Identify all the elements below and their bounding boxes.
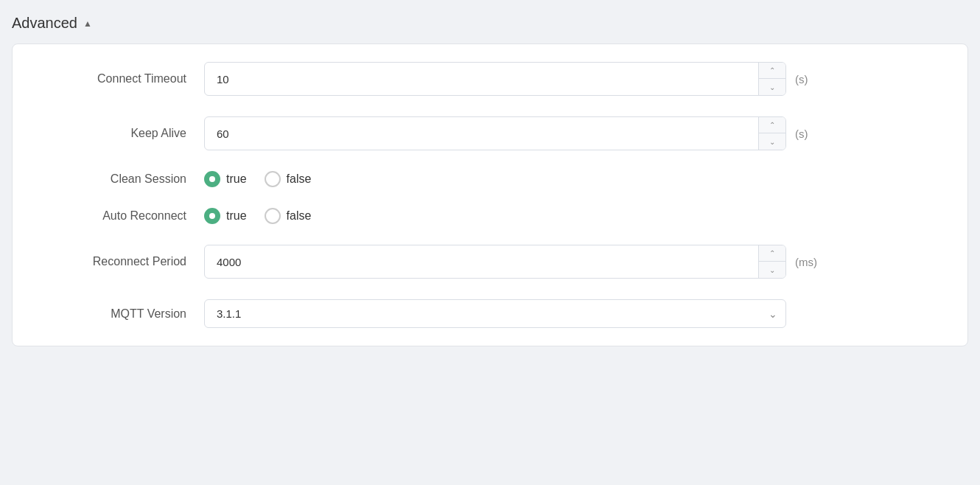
keep-alive-spinners: ⌃ ⌄ — [758, 117, 785, 150]
section-body: Connect Timeout ⌃ ⌄ (s) Keep Alive — [12, 43, 968, 346]
clean-session-radio-group: true false — [204, 171, 311, 187]
keep-alive-row: Keep Alive ⌃ ⌄ (s) — [42, 116, 938, 150]
clean-session-true-radio[interactable] — [204, 171, 220, 187]
reconnect-period-label: Reconnect Period — [42, 255, 204, 268]
clean-session-false-radio[interactable] — [265, 171, 281, 187]
auto-reconnect-radio-group: true false — [204, 208, 311, 224]
mqtt-version-select[interactable]: 3.1.1 3.1 5.0 — [204, 299, 786, 328]
clean-session-label: Clean Session — [42, 172, 204, 186]
auto-reconnect-true-option[interactable]: true — [204, 208, 247, 224]
reconnect-period-unit: (ms) — [795, 256, 822, 268]
auto-reconnect-false-option[interactable]: false — [265, 208, 312, 224]
auto-reconnect-true-label: true — [226, 209, 247, 223]
reconnect-period-input[interactable] — [205, 245, 758, 278]
connect-timeout-down[interactable]: ⌄ — [759, 79, 785, 95]
connect-timeout-input[interactable] — [205, 63, 758, 95]
connect-timeout-spinners: ⌃ ⌄ — [758, 63, 785, 95]
auto-reconnect-row: Auto Reconnect true false — [42, 208, 938, 224]
connect-timeout-unit: (s) — [795, 73, 822, 86]
clean-session-false-label: false — [287, 172, 312, 186]
connect-timeout-label: Connect Timeout — [42, 72, 204, 86]
reconnect-period-up[interactable]: ⌃ — [759, 245, 785, 262]
clean-session-row: Clean Session true false — [42, 171, 938, 187]
keep-alive-label: Keep Alive — [42, 127, 204, 140]
auto-reconnect-label: Auto Reconnect — [42, 209, 204, 223]
reconnect-period-down[interactable]: ⌄ — [759, 262, 785, 278]
keep-alive-control: ⌃ ⌄ (s) — [204, 116, 938, 150]
section-header: Advanced ▲ — [12, 12, 968, 35]
section-title: Advanced — [12, 15, 77, 32]
collapse-icon[interactable]: ▲ — [83, 18, 92, 29]
keep-alive-input-wrapper: ⌃ ⌄ — [204, 116, 786, 150]
keep-alive-unit: (s) — [795, 128, 822, 140]
mqtt-version-row: MQTT Version 3.1.1 3.1 5.0 ⌄ — [42, 299, 938, 328]
reconnect-period-control: ⌃ ⌄ (ms) — [204, 245, 938, 279]
page-container: Advanced ▲ Connect Timeout ⌃ ⌄ (s) Keep … — [12, 12, 968, 346]
reconnect-period-row: Reconnect Period ⌃ ⌄ (ms) — [42, 245, 938, 279]
keep-alive-down[interactable]: ⌄ — [759, 133, 785, 150]
mqtt-version-label: MQTT Version — [42, 307, 204, 321]
auto-reconnect-true-radio[interactable] — [204, 208, 220, 224]
auto-reconnect-false-label: false — [287, 209, 312, 223]
mqtt-version-select-wrapper: 3.1.1 3.1 5.0 ⌄ — [204, 299, 786, 328]
reconnect-period-spinners: ⌃ ⌄ — [758, 245, 785, 278]
clean-session-control: true false — [204, 171, 938, 187]
connect-timeout-input-wrapper: ⌃ ⌄ — [204, 62, 786, 96]
auto-reconnect-false-radio[interactable] — [265, 208, 281, 224]
connect-timeout-up[interactable]: ⌃ — [759, 63, 785, 79]
clean-session-true-label: true — [226, 172, 247, 186]
connect-timeout-control: ⌃ ⌄ (s) — [204, 62, 938, 96]
clean-session-false-option[interactable]: false — [265, 171, 312, 187]
auto-reconnect-control: true false — [204, 208, 938, 224]
clean-session-true-option[interactable]: true — [204, 171, 247, 187]
reconnect-period-input-wrapper: ⌃ ⌄ — [204, 245, 786, 279]
mqtt-version-control: 3.1.1 3.1 5.0 ⌄ — [204, 299, 938, 328]
keep-alive-up[interactable]: ⌃ — [759, 117, 785, 133]
connect-timeout-row: Connect Timeout ⌃ ⌄ (s) — [42, 62, 938, 96]
keep-alive-input[interactable] — [205, 117, 758, 150]
